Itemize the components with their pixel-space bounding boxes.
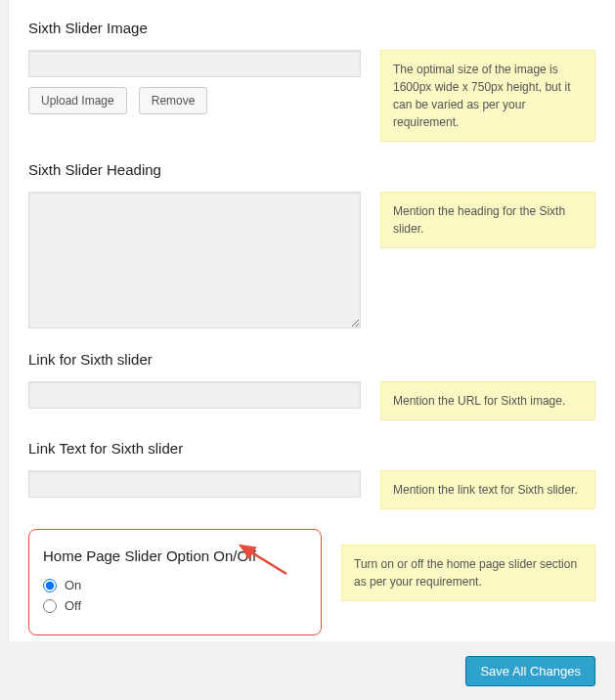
onoff-highlight-box: Home Page Slider Option On/Off On Off (28, 529, 322, 635)
section-slider-image: Sixth Slider Image Upload Image Remove T… (28, 0, 595, 142)
slider-heading-textarea[interactable] (28, 192, 361, 328)
hint-linktext: Mention the link text for Sixth slider. (380, 470, 595, 509)
radio-on-label: On (65, 578, 81, 592)
radio-off-input[interactable] (43, 599, 57, 613)
slider-linktext-input[interactable] (28, 470, 361, 498)
hint-heading: Mention the heading for the Sixth slider… (380, 192, 595, 248)
slider-link-input[interactable] (28, 381, 361, 409)
footer-bar: Save All Changes (0, 641, 615, 700)
upload-image-button[interactable]: Upload Image (28, 87, 127, 114)
section-title-onoff: Home Page Slider Option On/Off (43, 547, 307, 564)
settings-panel: Sixth Slider Image Upload Image Remove T… (8, 0, 615, 655)
save-all-changes-button[interactable]: Save All Changes (465, 656, 595, 686)
hint-onoff: Turn on or off the home page slider sect… (341, 545, 595, 601)
section-title-linktext: Link Text for Sixth slider (28, 440, 595, 457)
section-title-heading: Sixth Slider Heading (28, 161, 595, 178)
radio-off-label: Off (65, 598, 81, 613)
section-slider-link: Link for Sixth slider Mention the URL fo… (28, 331, 595, 420)
section-title-image: Sixth Slider Image (28, 20, 595, 36)
section-title-link: Link for Sixth slider (28, 351, 595, 368)
remove-image-button[interactable]: Remove (139, 87, 208, 114)
section-slider-heading: Sixth Slider Heading Mention the heading… (28, 142, 595, 331)
slider-image-input[interactable] (28, 50, 361, 77)
hint-image: The optimal size of the image is 1600px … (380, 50, 595, 142)
radio-on-input[interactable] (43, 579, 57, 592)
hint-link: Mention the URL for Sixth image. (380, 381, 595, 420)
section-slider-onoff: Home Page Slider Option On/Off On Off Tu… (28, 509, 595, 635)
radio-on[interactable]: On (43, 578, 307, 592)
radio-off[interactable]: Off (43, 598, 307, 613)
section-slider-linktext: Link Text for Sixth slider Mention the l… (28, 420, 595, 509)
